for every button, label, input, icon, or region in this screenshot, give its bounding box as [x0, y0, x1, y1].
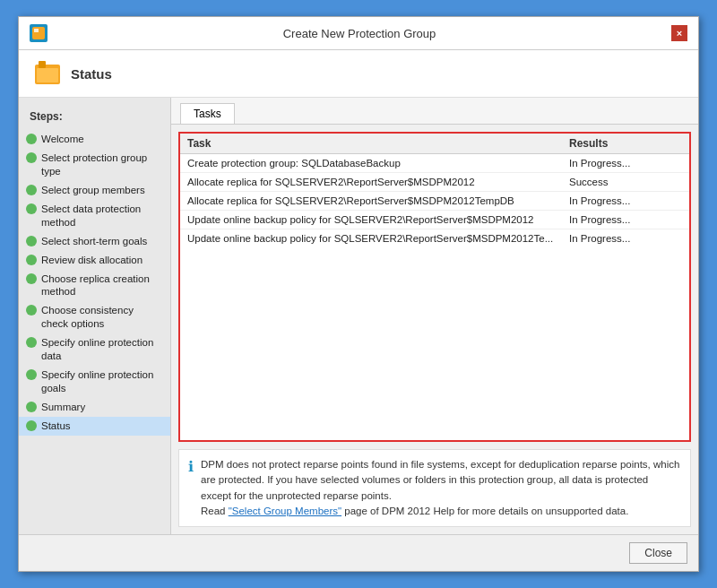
svg-rect-3: [39, 61, 46, 68]
step-consistency-check[interactable]: Choose consistency check options: [19, 301, 170, 333]
steps-label: Steps:: [19, 107, 170, 130]
tab-bar: Tasks: [171, 98, 698, 125]
result-cell: Success: [562, 173, 689, 192]
info-icon: ℹ: [188, 458, 194, 475]
table-row: Create protection group: SQLDatabaseBack…: [180, 154, 689, 173]
app-icon: [30, 24, 48, 42]
info-text-part2: page of DPM 2012 Help for more details o…: [341, 506, 628, 516]
footer: Close: [19, 534, 698, 571]
content-area: Task Results Create protection group: SQ…: [171, 125, 698, 534]
title-bar: Create New Protection Group ×: [19, 17, 698, 50]
step-summary[interactable]: Summary: [19, 398, 170, 417]
step-dot-online-data: [26, 337, 37, 348]
step-dot-disk-allocation: [26, 255, 37, 265]
step-dot-select-members: [26, 185, 37, 195]
step-text-select-type: Select protection group type: [41, 151, 163, 178]
header-icon: [33, 59, 62, 88]
step-dot-replica-creation: [26, 273, 37, 284]
step-text-select-members: Select group members: [41, 184, 145, 197]
step-text-summary: Summary: [41, 401, 85, 414]
step-text-consistency-check: Choose consistency check options: [41, 304, 163, 331]
table-row: Allocate replica for SQLSERVER2\ReportSe…: [180, 173, 689, 192]
info-link[interactable]: "Select Group Members": [229, 506, 341, 516]
tasks-table: Task Results Create protection group: SQ…: [178, 132, 691, 442]
task-cell: Update online backup policy for SQLSERVE…: [180, 211, 562, 229]
step-data-protection[interactable]: Select data protection method: [19, 200, 170, 232]
info-text: DPM does not protect reparse points foun…: [201, 457, 681, 519]
step-dot-welcome: [26, 134, 37, 144]
step-dot-summary: [26, 402, 37, 412]
info-text-part1: DPM does not protect reparse points foun…: [201, 459, 679, 501]
step-text-short-term: Select short-term goals: [41, 235, 147, 248]
result-cell: In Progress...: [562, 192, 689, 211]
step-dot-online-goals: [26, 369, 37, 380]
header-bar: Status: [19, 50, 698, 98]
step-dot-short-term: [26, 236, 37, 246]
step-online-goals[interactable]: Specify online protection goals: [19, 366, 170, 398]
step-dot-status: [26, 420, 37, 431]
task-cell: Create protection group: SQLDatabaseBack…: [180, 154, 562, 173]
info-box: ℹ DPM does not protect reparse points fo…: [178, 449, 691, 527]
steps-panel: Steps: Welcome Select protection group t…: [19, 98, 171, 534]
task-cell: Allocate replica for SQLSERVER2\ReportSe…: [180, 173, 562, 192]
result-cell: In Progress...: [562, 211, 689, 229]
result-cell: In Progress...: [562, 229, 689, 248]
close-button-footer[interactable]: Close: [629, 542, 687, 564]
header-title: Status: [71, 66, 112, 82]
step-dot-data-protection: [26, 203, 37, 214]
close-button[interactable]: ×: [671, 25, 687, 41]
step-text-disk-allocation: Review disk allocation: [41, 254, 143, 267]
step-short-term[interactable]: Select short-term goals: [19, 232, 170, 251]
col-header-results: Results: [562, 134, 689, 154]
step-dot-select-type: [26, 152, 37, 163]
step-disk-allocation[interactable]: Review disk allocation: [19, 251, 170, 270]
dialog-body: Steps: Welcome Select protection group t…: [19, 98, 698, 534]
dialog-title: Create New Protection Group: [48, 27, 671, 40]
step-text-online-goals: Specify online protection goals: [41, 368, 163, 395]
step-online-data[interactable]: Specify online protection data: [19, 333, 170, 366]
svg-rect-4: [37, 68, 58, 82]
step-text-data-protection: Select data protection method: [41, 203, 163, 229]
step-select-type[interactable]: Select protection group type: [19, 149, 170, 181]
step-text-welcome: Welcome: [41, 133, 84, 146]
task-cell: Allocate replica for SQLSERVER2\ReportSe…: [180, 192, 562, 211]
step-replica-creation[interactable]: Choose replica creation method: [19, 270, 170, 302]
col-header-task: Task: [180, 134, 562, 154]
right-panel: Tasks Task Results: [171, 98, 698, 534]
step-welcome[interactable]: Welcome: [19, 130, 170, 149]
svg-rect-1: [34, 29, 39, 32]
step-dot-consistency-check: [26, 305, 37, 316]
step-text-status: Status: [41, 419, 71, 433]
table-row: Update online backup policy for SQLSERVE…: [180, 229, 689, 248]
task-cell: Update online backup policy for SQLSERVE…: [180, 229, 562, 248]
table-row: Update online backup policy for SQLSERVE…: [180, 211, 689, 229]
step-select-members[interactable]: Select group members: [19, 181, 170, 200]
table-row: Allocate replica for SQLSERVER2\ReportSe…: [180, 192, 689, 211]
step-text-online-data: Specify online protection data: [41, 336, 163, 363]
step-status[interactable]: Status: [19, 417, 170, 436]
tab-tasks[interactable]: Tasks: [180, 103, 235, 124]
step-text-replica-creation: Choose replica creation method: [41, 272, 163, 299]
result-cell: In Progress...: [562, 154, 689, 173]
